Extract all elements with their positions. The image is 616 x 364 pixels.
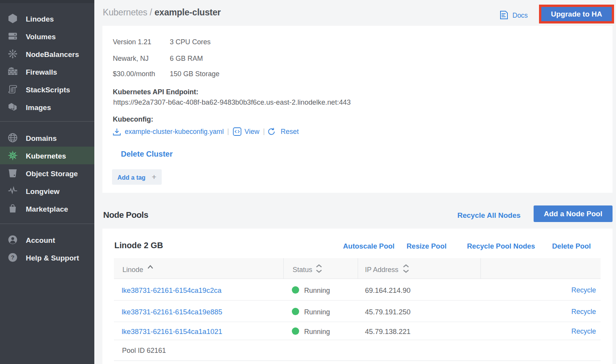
svg-text:?: ? [11,254,14,260]
